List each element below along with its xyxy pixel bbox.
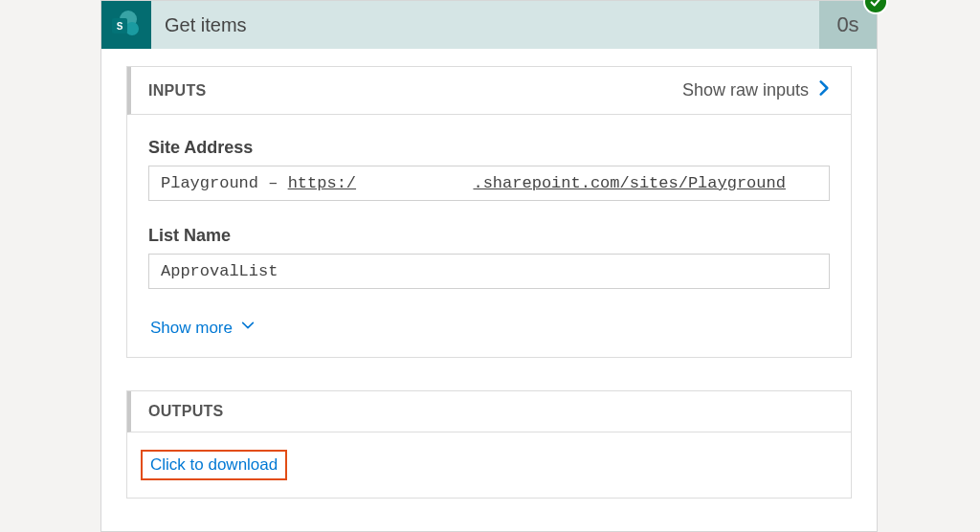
site-address-label: Site Address [148, 138, 830, 158]
show-raw-inputs-text: Show raw inputs [682, 80, 809, 100]
list-name-field: List Name ApprovalList [148, 226, 830, 289]
action-body: INPUTS Show raw inputs Site Address Play… [101, 49, 877, 499]
sharepoint-icon: S [101, 1, 151, 49]
site-address-value[interactable]: Playground – https:/xxxxxxxxxxxx.sharepo… [148, 166, 830, 201]
show-raw-inputs-link[interactable]: Show raw inputs [682, 78, 834, 102]
outputs-label: OUTPUTS [148, 403, 224, 420]
show-more-link[interactable]: Show more [148, 314, 830, 338]
site-address-field: Site Address Playground – https:/xxxxxxx… [148, 138, 830, 201]
outputs-section: OUTPUTS Click to download [126, 390, 852, 499]
action-title: Get items [151, 14, 819, 36]
download-link[interactable]: Click to download [141, 450, 287, 480]
chevron-down-icon [240, 318, 256, 338]
chevron-right-icon [814, 78, 834, 102]
outputs-header: OUTPUTS [127, 391, 851, 432]
action-card: S Get items 0s INPUTS Show raw inputs S [100, 0, 878, 532]
list-name-label: List Name [148, 226, 830, 246]
inputs-section: INPUTS Show raw inputs Site Address Play… [126, 66, 852, 358]
inputs-label: INPUTS [148, 82, 206, 100]
action-header[interactable]: S Get items 0s [101, 1, 877, 49]
show-more-text: Show more [150, 319, 233, 338]
inputs-header: INPUTS Show raw inputs [127, 67, 851, 115]
list-name-value[interactable]: ApprovalList [148, 254, 830, 289]
